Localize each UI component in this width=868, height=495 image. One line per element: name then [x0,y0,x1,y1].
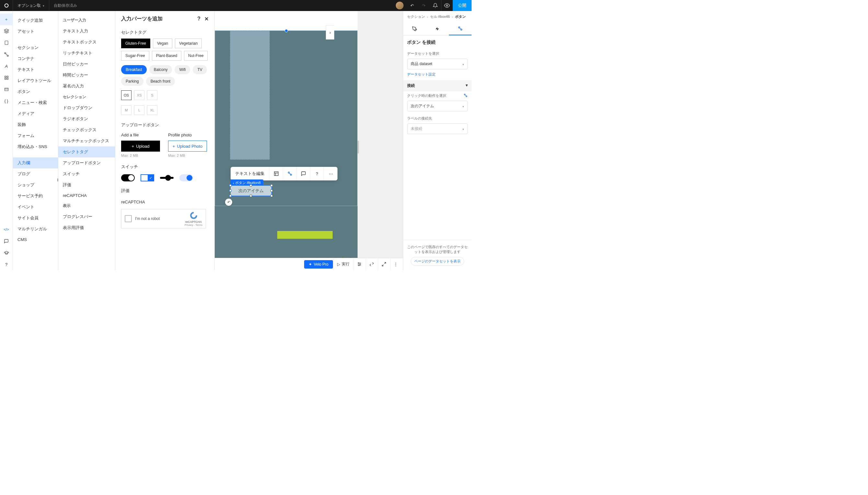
run-button[interactable]: ▷ 実行 [334,258,353,270]
dataset-select[interactable]: 商品 dataset [407,58,468,69]
size-tag[interactable]: OS [121,90,132,100]
subcategory-item[interactable]: 署名の入力 [58,81,115,92]
velo-pro-button[interactable]: ✦ Velo Pro [304,260,333,269]
subcategory-item[interactable]: ドロップダウン [58,102,115,114]
category-item[interactable]: クイック追加 [13,15,58,26]
switch-style-1[interactable] [121,174,135,182]
size-tag[interactable]: L [134,105,144,115]
subcategory-item[interactable]: セレクトタグ [58,147,115,157]
help-icon[interactable]: ? [197,16,201,22]
more-icon[interactable]: ⋯ [324,167,337,181]
category-item[interactable]: イベント [13,202,58,212]
category-item[interactable]: コンテナ [13,53,58,64]
category-item[interactable]: サービス予約 [13,190,58,202]
category-item[interactable]: アセット [13,26,58,37]
category-item[interactable]: ボタン [13,86,58,97]
upload-file-button[interactable]: + Upload [121,141,160,152]
subcategory-item[interactable]: テキスト入力 [58,25,115,37]
section-stage[interactable]: テキストを編集 ? ⋯ ‹ ボタン #button8 次のアイテム [215,31,358,206]
category-item[interactable]: 埋め込み・SNS [13,141,58,152]
category-item[interactable]: レイアウトツール [13,75,58,86]
subcategory-item[interactable]: 時間ピッカー [58,70,115,81]
logo-icon[interactable] [0,0,13,11]
rail-help-icon[interactable]: ? [0,258,13,270]
resize-handle[interactable] [285,29,288,32]
subcategory-item[interactable]: 日付ピッカー [58,58,115,70]
eye-icon[interactable] [441,0,453,11]
undo-icon[interactable]: ↶ [406,0,418,11]
subcategory-item[interactable]: テキストボックス [58,37,115,48]
subcategory-item[interactable]: ラジオボタン [58,114,115,124]
category-item[interactable]: メディア [13,108,58,119]
select-tag[interactable]: Nut-Free [184,51,208,61]
click-action-select[interactable]: 次のアイテム [407,101,468,112]
lime-element[interactable] [277,231,333,239]
avatar[interactable] [396,2,403,10]
help-icon[interactable]: ? [310,167,324,181]
comment-icon[interactable] [297,167,310,181]
rail-add-icon[interactable]: ＋ [0,14,13,25]
connect-small-icon[interactable] [464,93,468,98]
size-tag[interactable]: XS [134,90,144,100]
subcategory-item[interactable]: リッチテキスト [58,48,115,58]
rail-learn-icon[interactable] [0,247,13,258]
size-tag[interactable]: M [121,105,132,115]
subcategory-item[interactable]: マルチチェックボックス [58,135,115,147]
dock-more-icon[interactable]: ⋮ [390,258,401,270]
dock-settings-icon[interactable] [353,258,365,270]
layout-icon[interactable] [270,167,283,181]
rail-data-icon[interactable] [0,84,13,95]
rail-dev-icon[interactable]: </> [0,223,13,235]
breadcrumb-item[interactable]: セクション [407,14,425,19]
category-item[interactable]: マルチリンガル [13,223,58,235]
select-pill[interactable]: Balcony [149,65,172,74]
undo-circle-icon[interactable]: ↶ [225,199,232,206]
tab-animation-icon[interactable] [426,22,449,35]
select-pill[interactable]: TV [193,65,207,74]
label-connect-select[interactable]: 未接続 [407,123,468,134]
select-pill[interactable]: Breakfast [121,65,147,74]
subcategory-item[interactable]: チェックボックス [58,124,115,135]
subcategory-item[interactable]: 表示用評価 [58,222,115,233]
rail-connect-icon[interactable] [0,49,13,60]
select-pill[interactable]: Parking [121,77,143,86]
size-tag[interactable]: XL [147,105,157,115]
rail-page-icon[interactable] [0,37,13,49]
select-tag[interactable]: Vegetarian [175,38,202,48]
category-item[interactable]: ブログ [13,168,58,180]
size-tag[interactable]: S [147,90,157,100]
category-item[interactable]: セクション [13,42,58,53]
subcategory-item[interactable]: 評価 [58,180,115,190]
canvas-column[interactable] [230,31,270,160]
rail-code-icon[interactable]: { } [0,95,13,107]
rail-comment-icon[interactable] [0,235,13,247]
category-item[interactable]: 装飾 [13,119,58,130]
subcategory-item[interactable]: プログレスバー [58,211,115,222]
category-item[interactable]: テキスト [13,64,58,75]
switch-style-3[interactable] [160,177,174,179]
bell-icon[interactable] [430,0,441,11]
scrollbar-handle[interactable] [358,141,359,154]
subcategory-item[interactable]: reCAPTCHA [58,190,115,201]
recaptcha-checkbox[interactable] [125,215,132,222]
canvas-area[interactable]: テキストを編集 ? ⋯ ‹ ボタン #button8 次のアイテム [215,11,403,270]
breadcrumb-item[interactable]: セル #box46 [430,14,450,19]
switch-style-2[interactable]: ✓ [141,174,154,182]
select-pill[interactable]: Wifi [175,65,190,74]
category-item[interactable]: フォーム [13,130,58,141]
recaptcha-widget[interactable]: I'm not a robot reCAPTCHA Privacy - Term… [121,209,206,228]
close-icon[interactable]: ✕ [204,16,209,22]
category-item[interactable]: CMS [13,235,58,244]
connect-icon[interactable] [283,167,297,181]
tab-connect-icon[interactable] [449,22,472,35]
select-tag[interactable]: Plant-Based [152,51,181,61]
tab-design-icon[interactable] [403,22,426,35]
option-dropdown[interactable]: オプション取 [13,0,49,11]
rail-grid-icon[interactable] [0,72,13,84]
collapse-right-panel[interactable]: › [326,25,334,39]
dock-expand-icon[interactable] [378,258,389,270]
redo-icon[interactable]: ↷ [418,0,430,11]
select-tag[interactable]: Sugar-Free [121,51,149,61]
select-tag[interactable]: Gluten-Free [121,38,150,48]
selected-button-element[interactable]: 次のアイテム [230,185,272,196]
